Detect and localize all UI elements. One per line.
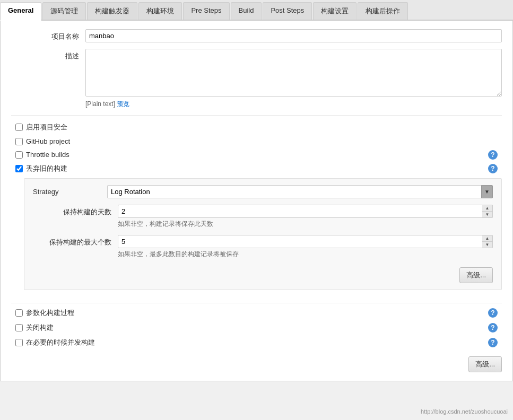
discard-old-label[interactable]: 丢弃旧的构建 — [26, 164, 67, 173]
days-spinner: ▲ ▼ — [482, 205, 493, 218]
discard-old-row: 丢弃旧的构建 ? — [11, 161, 502, 176]
max-hint: 如果非空，最多此数目的构建记录将被保存 — [118, 250, 493, 259]
tab-settings[interactable]: 构建设置 — [313, 2, 357, 20]
tabs-bar: General 源码管理 构建触发器 构建环境 Pre Steps Build … — [0, 0, 513, 21]
max-input[interactable] — [118, 235, 493, 248]
throttle-builds-checkbox[interactable] — [15, 151, 23, 159]
throttle-builds-help-icon[interactable]: ? — [488, 150, 498, 160]
days-label: 保持构建的天数 — [33, 205, 118, 217]
days-field: ▲ ▼ 如果非空，构建记录将保存此天数 — [118, 205, 493, 233]
days-spinner-down[interactable]: ▼ — [482, 212, 492, 217]
throttle-builds-label[interactable]: Throttle builds — [26, 151, 69, 159]
max-spinner-up[interactable]: ▲ — [482, 235, 492, 242]
discard-advanced-button[interactable]: 高级... — [459, 267, 493, 283]
enable-security-checkbox[interactable] — [15, 124, 23, 131]
github-project-row: GitHub project — [11, 135, 502, 148]
bottom-advanced-btn-row: 高级... — [11, 356, 502, 372]
max-spinner-down[interactable]: ▼ — [482, 242, 492, 248]
parametrize-checkbox[interactable] — [15, 309, 23, 317]
project-name-label: 项目名称 — [11, 29, 85, 41]
github-project-checkbox[interactable] — [15, 138, 23, 145]
concurrent-build-row: 在必要的时候并发构建 ? — [11, 335, 502, 350]
days-hint: 如果非空，构建记录将保存此天数 — [118, 220, 493, 229]
description-label: 描述 — [11, 49, 85, 61]
max-spinner: ▲ ▼ — [482, 235, 493, 248]
throttle-builds-row: Throttle builds ? — [11, 148, 502, 161]
main-content: 项目名称 描述 [Plain text] 预览 启用项目安全 GitHub pr… — [0, 21, 513, 381]
parametrize-help-icon[interactable]: ? — [488, 308, 498, 318]
concurrent-build-checkbox[interactable] — [15, 339, 23, 346]
disable-build-row: 关闭构建 ? — [11, 320, 502, 335]
tab-source[interactable]: 源码管理 — [42, 2, 86, 20]
tab-trigger[interactable]: 构建触发器 — [87, 2, 137, 20]
tab-postbuild[interactable]: 构建后操作 — [358, 2, 408, 20]
tab-presteps[interactable]: Pre Steps — [183, 2, 229, 20]
parametrize-label[interactable]: 参数化构建过程 — [26, 308, 74, 318]
days-spinner-up[interactable]: ▲ — [482, 205, 492, 212]
description-row: 描述 [Plain text] 预览 — [11, 49, 502, 109]
tab-general[interactable]: General — [0, 2, 41, 21]
preview-link[interactable]: 预览 — [117, 100, 129, 108]
plain-text-hint: [Plain text] 预览 — [85, 100, 502, 109]
discard-old-help-icon[interactable]: ? — [488, 164, 498, 173]
strategy-select[interactable]: Log Rotation — [107, 185, 493, 198]
strategy-label: Strategy — [33, 188, 107, 196]
bottom-advanced-button[interactable]: 高级... — [468, 356, 502, 372]
max-field: ▲ ▼ 如果非空，最多此数目的构建记录将被保存 — [118, 235, 493, 263]
strategy-select-wrapper: Log Rotation ▼ — [107, 185, 493, 198]
disable-build-help-icon[interactable]: ? — [488, 323, 498, 332]
days-input[interactable] — [118, 205, 493, 218]
project-name-field — [85, 29, 502, 42]
tab-build[interactable]: Build — [231, 2, 262, 20]
disable-build-label[interactable]: 关闭构建 — [26, 323, 54, 332]
max-input-wrapper: ▲ ▼ — [118, 235, 493, 248]
bottom-section: 参数化构建过程 ? 关闭构建 ? 在必要的时候并发构建 ? 高级... — [11, 303, 502, 372]
github-project-label[interactable]: GitHub project — [26, 137, 70, 145]
max-row: 保持构建的最大个数 ▲ ▼ 如果非空，最多此数目的构建记录将被保存 — [33, 235, 493, 263]
description-field: [Plain text] 预览 — [85, 49, 502, 109]
max-label: 保持构建的最大个数 — [33, 235, 118, 247]
enable-security-label[interactable]: 启用项目安全 — [26, 122, 67, 132]
plain-text-label: [Plain text] — [85, 100, 115, 108]
concurrent-build-label[interactable]: 在必要的时候并发构建 — [26, 338, 95, 347]
enable-security-row: 启用项目安全 — [11, 120, 502, 135]
discard-advanced-btn-row: 高级... — [33, 267, 493, 283]
days-input-wrapper: ▲ ▼ — [118, 205, 493, 218]
disable-build-checkbox[interactable] — [15, 324, 23, 331]
discard-section: Strategy Log Rotation ▼ 保持构建的天数 ▲ — [24, 178, 502, 290]
checkboxes-section: 启用项目安全 GitHub project Throttle builds ? … — [11, 115, 502, 296]
days-row: 保持构建的天数 ▲ ▼ 如果非空，构建记录将保存此天数 — [33, 205, 493, 233]
tab-env[interactable]: 构建环境 — [138, 2, 182, 20]
strategy-row: Strategy Log Rotation ▼ — [33, 185, 493, 198]
project-name-row: 项目名称 — [11, 29, 502, 42]
parametrize-row: 参数化构建过程 ? — [11, 305, 502, 320]
project-name-input[interactable] — [85, 29, 502, 42]
concurrent-build-help-icon[interactable]: ? — [488, 338, 498, 347]
discard-old-checkbox[interactable] — [15, 165, 23, 172]
tab-poststeps[interactable]: Post Steps — [263, 2, 312, 20]
description-textarea[interactable] — [85, 49, 502, 97]
